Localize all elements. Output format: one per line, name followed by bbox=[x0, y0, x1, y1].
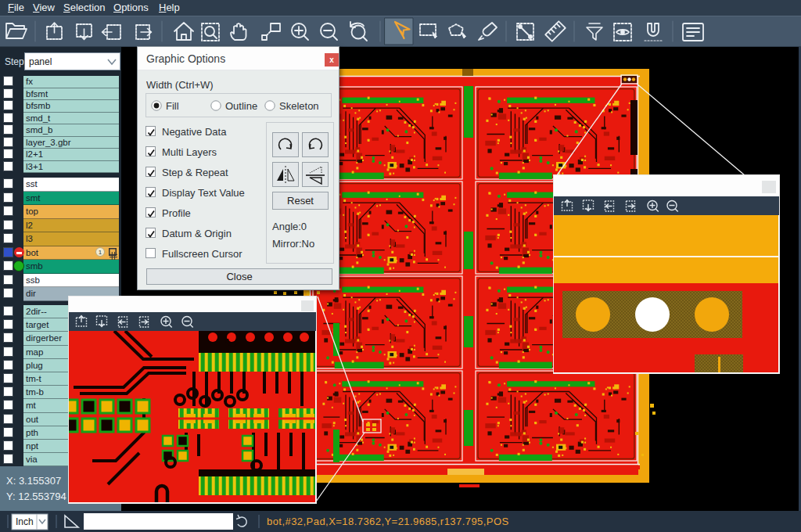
svg-text:Inch: Inch bbox=[16, 516, 34, 527]
svg-text:bot,#32,Pad,X=18.7362,Y=21.968: bot,#32,Pad,X=18.7362,Y=21.9685,r137.795… bbox=[267, 516, 509, 527]
